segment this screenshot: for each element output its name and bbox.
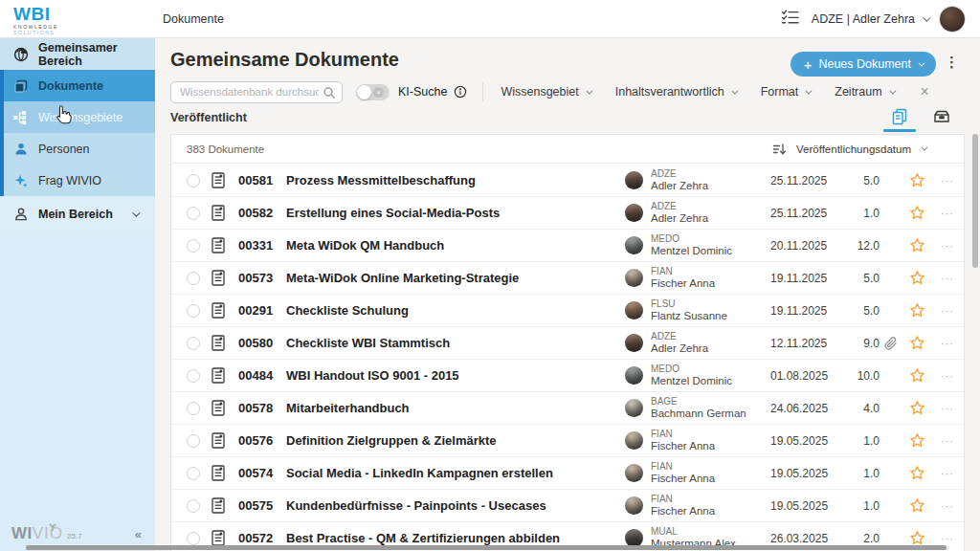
favorite-star-icon[interactable] <box>902 237 931 253</box>
favorite-star-icon[interactable] <box>902 432 931 449</box>
row-more-button[interactable]: ··· <box>931 403 964 414</box>
topbar: WBI KNOWLEDGE SOLUTIONS Dokumente ADZE |… <box>0 0 980 38</box>
sidebar-item-frag-wivio[interactable]: Frag WIVIO <box>0 165 155 196</box>
version-label: 25.7 <box>67 532 82 540</box>
sidebar-item-mein-bereich[interactable]: Mein Bereich <box>0 197 155 231</box>
owner-name: Adler Zehra <box>651 342 708 355</box>
sidebar-item-wissensgebiete[interactable]: Wissensgebiete <box>0 101 155 133</box>
favorite-star-icon[interactable] <box>902 270 931 286</box>
table-row[interactable]: 00573 Meta-WiDok Online Marketing-Strate… <box>171 262 964 295</box>
sort-control[interactable]: Veröffentlichungsdatum <box>772 143 925 156</box>
sidebar: Gemeinsamer Bereich Dokumente Wissensgeb… <box>0 38 155 551</box>
search-input[interactable] <box>171 82 342 102</box>
favorite-star-icon[interactable] <box>902 335 931 351</box>
table-row[interactable]: 00580 Checkliste WBI Stammtisch ADZE Adl… <box>171 327 964 360</box>
publish-date: 19.05.2025 <box>770 467 847 480</box>
avatar <box>625 431 643 450</box>
favorite-star-icon[interactable] <box>902 302 931 319</box>
document-icon <box>212 432 227 449</box>
table-row[interactable]: 00578 Mitarbeiterhandbuch BAGE Bachmann … <box>171 392 964 425</box>
filter-inhaltsverantwortlich[interactable]: Inhaltsverantwortlich <box>615 85 736 99</box>
favorite-star-icon[interactable] <box>902 400 931 416</box>
row-more-button[interactable]: ··· <box>931 533 964 544</box>
vertical-scrollbar-thumb[interactable] <box>972 134 978 268</box>
favorite-star-icon[interactable] <box>902 465 931 481</box>
horizontal-scrollbar-thumb[interactable] <box>26 545 947 550</box>
clear-filters-button[interactable]: × <box>921 83 929 100</box>
table-row[interactable]: 00581 Prozess Messmittelbeschaffung ADZE… <box>171 165 964 197</box>
row-radio[interactable] <box>187 532 200 545</box>
publish-date: 19.05.2025 <box>770 434 847 448</box>
sidebar-collapse-button[interactable]: « <box>135 527 142 541</box>
favorite-star-icon[interactable] <box>902 497 931 514</box>
row-radio[interactable] <box>187 467 200 480</box>
row-more-button[interactable]: ··· <box>931 370 964 382</box>
filter-format[interactable]: Format <box>761 85 811 99</box>
row-more-button[interactable]: ··· <box>931 338 964 349</box>
document-icon <box>212 302 227 319</box>
favorite-star-icon[interactable] <box>902 172 931 188</box>
info-icon[interactable] <box>454 85 467 99</box>
owner-cell: FLSU Flantz Susanne <box>625 298 770 322</box>
version-number: 12.0 <box>847 239 880 253</box>
document-id: 00575 <box>238 498 282 513</box>
row-radio[interactable] <box>187 239 200 253</box>
table-row[interactable]: 00291 Checkliste Schulung FLSU Flantz Su… <box>171 295 964 327</box>
row-radio[interactable] <box>187 207 200 220</box>
row-more-button[interactable]: ··· <box>931 208 964 219</box>
row-radio[interactable] <box>187 272 200 285</box>
row-radio[interactable] <box>187 402 200 415</box>
task-list-icon[interactable] <box>781 10 800 29</box>
table-row[interactable]: 00575 Kundenbedürfnisse - Painpoints - U… <box>171 490 964 522</box>
owner-code: MUAL <box>651 526 736 538</box>
row-radio[interactable] <box>187 434 200 448</box>
row-radio[interactable] <box>187 369 200 383</box>
sidebar-item-gemeinsamer-bereich[interactable]: Gemeinsamer Bereich <box>0 38 155 70</box>
table-row[interactable]: 00576 Definition Zielgruppen & Zielmärkt… <box>171 425 964 457</box>
sidebar-item-dokumente[interactable]: Dokumente <box>0 70 155 101</box>
ki-suche-toggle[interactable]: × <box>356 84 390 100</box>
table-row[interactable]: 00574 Social Media - LinkedIn Kampagnen … <box>171 457 964 490</box>
owner-cell: ADZE Adler Zehra <box>625 331 770 355</box>
publish-date: 19.11.2025 <box>770 304 847 318</box>
vertical-scrollbar[interactable] <box>972 124 978 541</box>
row-radio[interactable] <box>187 304 200 318</box>
table-row[interactable]: 00484 WBI Handout ISO 9001 - 2015 MEDO M… <box>171 360 964 392</box>
row-radio[interactable] <box>187 174 200 187</box>
row-more-button[interactable]: ··· <box>931 500 964 512</box>
user-menu-label[interactable]: ADZE | Adler Zehra <box>812 12 915 26</box>
horizontal-scrollbar[interactable] <box>25 545 949 550</box>
chevron-down-icon <box>731 87 738 94</box>
favorite-star-icon[interactable] <box>902 205 931 221</box>
document-title: Checkliste Schulung <box>286 303 625 318</box>
row-more-button[interactable]: ··· <box>931 435 964 447</box>
document-icon <box>212 497 227 514</box>
row-radio[interactable] <box>187 337 200 350</box>
favorite-star-icon[interactable] <box>902 530 931 546</box>
tab-veroeffentlicht[interactable]: Veröffentlicht <box>170 111 247 124</box>
document-id: 00572 <box>238 531 282 545</box>
owner-name: Bachmann German <box>651 408 746 420</box>
filter-zeitraum[interactable]: Zeitraum <box>835 85 893 99</box>
user-avatar[interactable] <box>940 7 965 32</box>
filter-wissensgebiet[interactable]: Wissensgebiet <box>501 85 590 99</box>
row-more-button[interactable]: ··· <box>931 240 964 252</box>
documents-view-icon[interactable] <box>890 107 909 126</box>
row-more-button[interactable]: ··· <box>931 273 964 284</box>
chevron-down-icon[interactable] <box>923 13 930 21</box>
row-radio[interactable] <box>187 499 200 513</box>
row-more-button[interactable]: ··· <box>931 468 964 479</box>
new-document-button[interactable]: + Neues Dokument <box>791 52 936 77</box>
document-icon <box>212 367 227 384</box>
sidebar-item-personen[interactable]: Personen <box>0 133 155 165</box>
archive-view-icon[interactable] <box>932 107 951 126</box>
row-more-button[interactable]: ··· <box>931 175 964 187</box>
avatar <box>625 496 643 515</box>
more-options-button[interactable]: ⋮ <box>945 54 959 71</box>
row-more-button[interactable]: ··· <box>931 305 964 317</box>
owner-code: ADZE <box>651 201 708 212</box>
favorite-star-icon[interactable] <box>902 367 931 384</box>
table-row[interactable]: 00331 Meta WiDok QM Handbuch MEDO Mentze… <box>171 230 964 262</box>
table-row[interactable]: 00582 Erstellung eines Social-Media-Post… <box>171 197 964 230</box>
owner-cell: BAGE Bachmann German <box>625 396 770 420</box>
